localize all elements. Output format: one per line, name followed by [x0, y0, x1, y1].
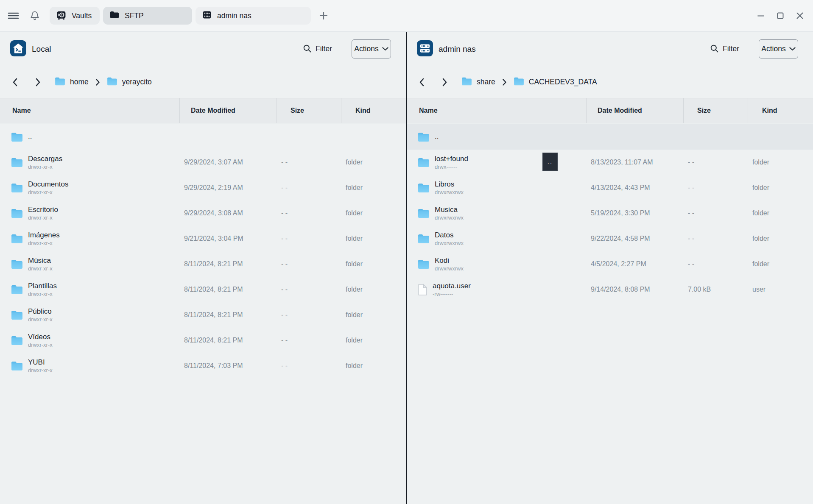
file-row[interactable]: Datos drwxrwxrwx 9/22/2024, 4:58 PM - - …	[407, 226, 813, 251]
file-size: - -	[277, 353, 341, 379]
folder-icon	[11, 259, 23, 269]
file-row[interactable]: Documentos drwxr-xr-x 9/29/2024, 2:19 AM…	[0, 175, 406, 200]
file-kind: folder	[341, 328, 406, 353]
folder-icon	[11, 284, 23, 295]
file-row[interactable]: Musica drwxrwxrwx 5/19/2024, 3:30 PM - -…	[407, 200, 813, 226]
file-date-modified: 9/29/2024, 3:08 AM	[179, 200, 277, 226]
column-header-size[interactable]: Size	[277, 98, 341, 123]
tab-vaults[interactable]: Vaults	[50, 7, 100, 25]
folder-icon	[107, 77, 117, 87]
back-icon[interactable]	[419, 78, 424, 86]
window-controls	[757, 12, 804, 19]
folder-icon	[55, 77, 65, 87]
file-kind: folder	[341, 302, 406, 328]
file-date-modified: 4/13/2024, 4:43 PM	[586, 175, 683, 200]
column-header-kind[interactable]: Kind	[748, 98, 813, 123]
nas-tab-icon	[202, 10, 212, 22]
tab-admin-nas[interactable]: admin nas	[196, 7, 311, 25]
file-name: YUBI	[28, 358, 53, 367]
add-tab-icon[interactable]	[318, 11, 329, 21]
folder-icon	[418, 259, 430, 269]
close-icon[interactable]	[796, 12, 804, 19]
file-row[interactable]: Kodi drwxrwxrwx 4/5/2024, 2:27 PM - - fo…	[407, 251, 813, 277]
breadcrumb-item[interactable]: yeraycito	[107, 77, 152, 87]
actions-button[interactable]: Actions	[759, 39, 798, 58]
file-name: Musica	[435, 206, 464, 214]
file-size: - -	[277, 175, 341, 200]
file-row[interactable]: aquota.user -rw------- 9/14/2024, 8:08 P…	[407, 277, 813, 302]
file-date-modified: 8/13/2023, 11:07 AM	[586, 150, 683, 175]
file-list: .. lost+found drwx------ 8/13/2023, 11:0…	[407, 123, 813, 504]
breadcrumb-item[interactable]: home	[55, 77, 89, 87]
search-icon	[710, 44, 719, 54]
file-date-modified: 8/11/2024, 8:21 PM	[179, 251, 277, 277]
file-permissions: drwxr-xr-x	[28, 189, 68, 195]
drag-ghost-badge: ..	[542, 153, 558, 171]
file-size: - -	[683, 251, 748, 277]
browser-panes: Local Filter Actions	[0, 32, 813, 504]
actions-button[interactable]: Actions	[352, 39, 391, 58]
hamburger-menu-icon[interactable]	[8, 11, 19, 21]
file-row[interactable]: lost+found drwx------ 8/13/2023, 11:07 A…	[407, 150, 813, 175]
parent-directory-row[interactable]: ..	[0, 124, 406, 150]
file-date-modified: 9/29/2024, 3:07 AM	[179, 150, 277, 175]
filter-button[interactable]: Filter	[710, 44, 739, 54]
file-row[interactable]: YUBI drwxr-xr-x 8/11/2024, 7:03 PM - - f…	[0, 353, 406, 379]
file-date-modified: 8/11/2024, 7:03 PM	[179, 353, 277, 379]
file-name: ..	[435, 133, 439, 141]
column-header-size[interactable]: Size	[683, 98, 748, 123]
minimize-icon[interactable]	[757, 12, 765, 19]
file-size: - -	[277, 277, 341, 302]
column-header-kind[interactable]: Kind	[341, 98, 406, 123]
table-header: Name Date Modified Size Kind	[0, 98, 406, 123]
column-header-date-modified[interactable]: Date Modified	[179, 98, 277, 123]
file-size	[277, 124, 341, 150]
file-row[interactable]: Vídeos drwxr-xr-x 8/11/2024, 8:21 PM - -…	[0, 328, 406, 353]
forward-icon[interactable]	[442, 78, 447, 86]
file-size: - -	[277, 251, 341, 277]
file-row[interactable]: Imágenes drwxr-xr-x 9/21/2024, 3:04 PM -…	[0, 226, 406, 251]
file-icon	[418, 284, 427, 296]
breadcrumb-item[interactable]: share	[461, 77, 495, 87]
bell-icon[interactable]	[29, 10, 40, 21]
parent-directory-row[interactable]: ..	[407, 124, 813, 150]
file-date-modified: 9/14/2024, 8:08 PM	[586, 277, 683, 302]
file-size: 7.00 kB	[683, 277, 748, 302]
file-size: - -	[683, 150, 748, 175]
column-header-date-modified[interactable]: Date Modified	[586, 98, 683, 123]
file-row[interactable]: Plantillas drwxr-xr-x 8/11/2024, 8:21 PM…	[0, 277, 406, 302]
file-size	[683, 124, 748, 150]
file-name: ..	[28, 133, 32, 141]
filter-button[interactable]: Filter	[303, 44, 332, 54]
file-row[interactable]: Música drwxr-xr-x 8/11/2024, 8:21 PM - -…	[0, 251, 406, 277]
column-header-name[interactable]: Name	[407, 98, 586, 123]
file-size: - -	[683, 226, 748, 251]
folder-tab-icon	[109, 10, 120, 22]
maximize-icon[interactable]	[777, 12, 784, 19]
folder-icon	[11, 234, 23, 244]
file-date-modified: 8/11/2024, 8:21 PM	[179, 302, 277, 328]
pane-title: Local	[32, 45, 51, 54]
file-size: - -	[277, 226, 341, 251]
file-row[interactable]: Libros drwxrwxrwx 4/13/2024, 4:43 PM - -…	[407, 175, 813, 200]
file-row[interactable]: Público drwxr-xr-x 8/11/2024, 8:21 PM - …	[0, 302, 406, 328]
breadcrumb-item[interactable]: CACHEDEV3_DATA	[514, 77, 597, 87]
folder-icon	[11, 335, 23, 345]
file-permissions: drwx------	[435, 164, 468, 170]
file-kind: folder	[341, 226, 406, 251]
folder-icon	[11, 361, 23, 371]
file-name: aquota.user	[433, 282, 471, 290]
file-kind: folder	[748, 251, 813, 277]
file-size: - -	[683, 200, 748, 226]
back-icon[interactable]	[13, 78, 17, 86]
forward-icon[interactable]	[36, 78, 40, 86]
file-row[interactable]: Escritorio drwxr-xr-x 9/29/2024, 3:08 AM…	[0, 200, 406, 226]
column-header-name[interactable]: Name	[0, 98, 179, 123]
file-permissions: drwxr-xr-x	[28, 367, 53, 373]
folder-icon	[461, 77, 472, 87]
file-row[interactable]: Descargas drwxr-xr-x 9/29/2024, 3:07 AM …	[0, 150, 406, 175]
file-name: Kodi	[435, 256, 464, 265]
tab-sftp[interactable]: SFTP	[103, 7, 192, 25]
file-kind	[748, 124, 813, 150]
file-permissions: drwxr-xr-x	[28, 316, 53, 323]
